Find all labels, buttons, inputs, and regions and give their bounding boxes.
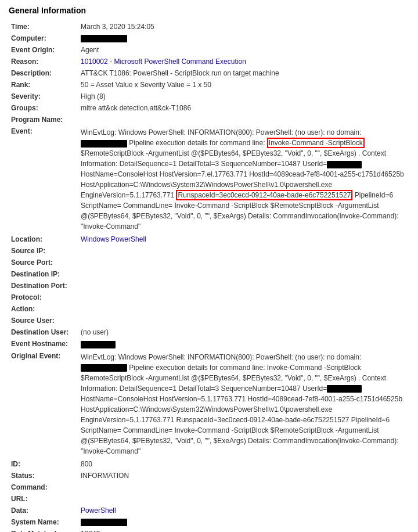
- value-id: 800: [78, 458, 409, 470]
- row-event-origin: Event Origin: Agent: [9, 44, 409, 56]
- value-rule-matched: 19842: [78, 528, 409, 532]
- value-event-origin: Agent: [78, 44, 409, 56]
- row-command: Command:: [9, 481, 409, 493]
- event-part2: Pipeline execution details for command l…: [127, 139, 267, 147]
- label-computer: Computer:: [9, 33, 78, 44]
- redacted-event-userid: [327, 161, 362, 168]
- row-event-hostname: Event Hostname:: [9, 338, 409, 350]
- row-severity: Severity: High (8): [9, 91, 409, 102]
- label-id: ID:: [9, 458, 78, 470]
- row-destination-port: Destination Port:: [9, 280, 409, 292]
- value-event-hostname: [78, 338, 409, 350]
- redacted-event-domain: [81, 140, 127, 148]
- row-time: Time: March 3, 2020 15:24:05: [9, 21, 409, 33]
- row-url: URL:: [9, 493, 409, 505]
- row-source-user: Source User:: [9, 315, 409, 326]
- row-source-ip: Source IP:: [9, 245, 409, 257]
- label-url: URL:: [9, 493, 78, 505]
- row-event: Event: WinEvtLog: Windows PowerShell: IN…: [9, 125, 409, 233]
- row-location: Location: Windows PowerShell: [9, 233, 409, 245]
- redacted-computer: [81, 35, 127, 42]
- row-destination-user: Destination User: (no user): [9, 326, 409, 338]
- row-description: Description: ATT&CK T1086: PowerShell - …: [9, 67, 409, 79]
- row-groups: Groups: mitre att&ck detection,att&ck-T1…: [9, 102, 409, 114]
- event-text: WinEvtLog: Windows PowerShell: INFORMATI…: [81, 128, 404, 231]
- info-table: Time: March 3, 2020 15:24:05 Computer: E…: [9, 21, 409, 532]
- row-source-port: Source Port:: [9, 257, 409, 268]
- value-time: March 3, 2020 15:24:05: [78, 21, 409, 33]
- label-destination-port: Destination Port:: [9, 280, 78, 292]
- value-location: Windows PowerShell: [78, 233, 409, 245]
- value-protocol: [78, 292, 409, 303]
- label-action: Action:: [9, 303, 78, 315]
- label-command: Command:: [9, 481, 78, 493]
- value-destination-user: (no user): [78, 326, 409, 338]
- label-source-user: Source User:: [9, 315, 78, 326]
- value-rank: 50 = Asset Value x Severity Value = 1 x …: [78, 79, 409, 91]
- label-source-ip: Source IP:: [9, 245, 78, 257]
- label-event: Event:: [9, 125, 78, 233]
- value-status: INFORMATION: [78, 470, 409, 481]
- redacted-system-name: [81, 519, 127, 526]
- value-source-ip: [78, 245, 409, 257]
- data-link[interactable]: PowerShell: [81, 506, 116, 515]
- label-original-event: Original Event:: [9, 350, 78, 458]
- label-program-name: Program Name:: [9, 114, 78, 125]
- label-source-port: Source Port:: [9, 257, 78, 268]
- value-program-name: [78, 114, 409, 125]
- row-id: ID: 800: [9, 458, 409, 470]
- label-rank: Rank:: [9, 79, 78, 91]
- label-reason: Reason:: [9, 56, 78, 67]
- value-description: ATT&CK T1086: PowerShell - ScriptBlock r…: [78, 67, 409, 79]
- row-original-event: Original Event: WinEvtLog: Windows Power…: [9, 350, 409, 458]
- row-data: Data: PowerShell: [9, 505, 409, 516]
- value-source-user: [78, 315, 409, 326]
- value-source-port: [78, 257, 409, 268]
- label-location: Location:: [9, 233, 78, 245]
- row-system-name: System Name:: [9, 516, 409, 528]
- value-severity: High (8): [78, 91, 409, 102]
- value-destination-port: [78, 280, 409, 292]
- label-time: Time:: [9, 21, 78, 33]
- label-system-name: System Name:: [9, 516, 78, 528]
- event-part1: WinEvtLog: Windows PowerShell: INFORMATI…: [81, 128, 361, 136]
- row-program-name: Program Name:: [9, 114, 409, 125]
- value-command: [78, 481, 409, 493]
- value-computer: [78, 33, 409, 44]
- event-highlight2: RunspaceId=3ec0cecd-0912-40ae-bade-e6c75…: [176, 190, 352, 200]
- label-groups: Groups:: [9, 102, 78, 114]
- row-protocol: Protocol:: [9, 292, 409, 303]
- redacted-original-userid: [327, 385, 362, 393]
- label-protocol: Protocol:: [9, 292, 78, 303]
- original-part1: WinEvtLog: Windows PowerShell: INFORMATI…: [81, 353, 361, 361]
- value-data: PowerShell: [78, 505, 409, 516]
- row-rank: Rank: 50 = Asset Value x Severity Value …: [9, 79, 409, 91]
- value-url: [78, 493, 409, 505]
- value-system-name: [78, 516, 409, 528]
- location-link[interactable]: Windows PowerShell: [81, 235, 146, 243]
- label-destination-ip: Destination IP:: [9, 268, 78, 280]
- row-status: Status: INFORMATION: [9, 470, 409, 481]
- original-part3: HostName=ConsoleHost HostVersion=5.1.177…: [81, 395, 402, 455]
- redacted-hostname: [81, 341, 116, 348]
- row-reason: Reason: 1010002 - Microsoft PowerShell C…: [9, 56, 409, 67]
- row-rule-matched: Rule Matched: 19842: [9, 528, 409, 532]
- label-severity: Severity:: [9, 91, 78, 102]
- label-status: Status:: [9, 470, 78, 481]
- original-event-text: WinEvtLog: Windows PowerShell: INFORMATI…: [81, 353, 402, 455]
- label-event-hostname: Event Hostname:: [9, 338, 78, 350]
- value-original-event: WinEvtLog: Windows PowerShell: INFORMATI…: [78, 350, 409, 458]
- label-rule-matched: Rule Matched:: [9, 528, 78, 532]
- label-description: Description:: [9, 67, 78, 79]
- value-groups: mitre att&ck detection,att&ck-T1086: [78, 102, 409, 114]
- reason-link[interactable]: 1010002 - Microsoft PowerShell Command E…: [81, 57, 246, 66]
- redacted-original-domain: [81, 364, 127, 372]
- value-event: WinEvtLog: Windows PowerShell: INFORMATI…: [78, 125, 409, 233]
- label-destination-user: Destination User:: [9, 326, 78, 338]
- event-highlight1: Invoke-Command -ScriptBlock: [267, 138, 365, 148]
- value-action: [78, 303, 409, 315]
- page-title: General Information: [9, 6, 409, 15]
- value-destination-ip: [78, 268, 409, 280]
- row-action: Action:: [9, 303, 409, 315]
- row-destination-ip: Destination IP:: [9, 268, 409, 280]
